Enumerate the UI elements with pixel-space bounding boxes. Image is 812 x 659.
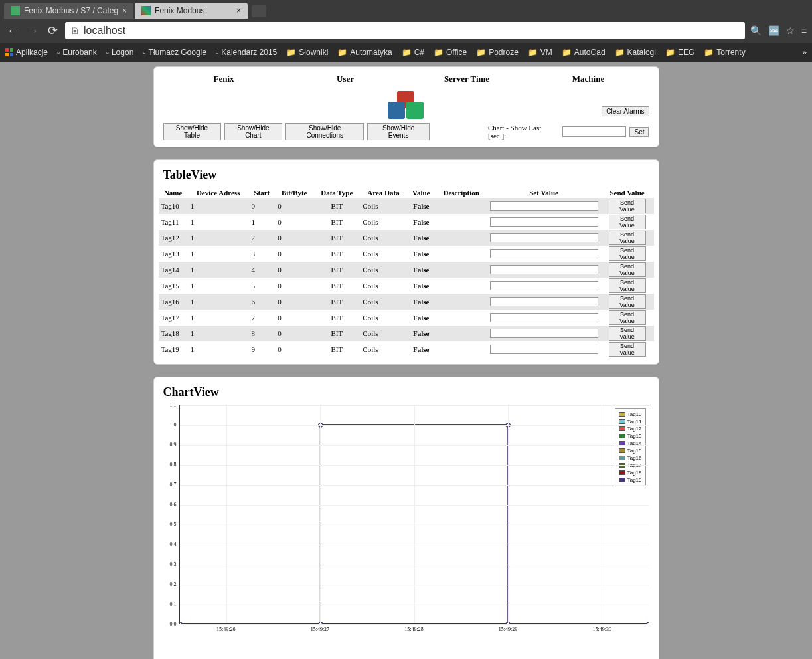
close-icon[interactable]: × (122, 6, 127, 15)
close-icon[interactable]: × (236, 6, 241, 15)
table-header: Send Value (601, 187, 654, 198)
set-value-input[interactable] (490, 329, 598, 338)
set-value-input[interactable] (490, 281, 598, 290)
set-value-input[interactable] (490, 217, 598, 227)
y-tick: 0.2 (170, 581, 177, 587)
bookmark-item[interactable]: 📁EEG (665, 48, 694, 57)
chart-area: 0.00.10.20.30.40.50.60.70.80.91.01.1 Tag… (163, 405, 649, 657)
y-tick: 0.9 (170, 442, 177, 448)
legend-swatch-icon (619, 434, 625, 438)
send-value-button[interactable]: Send Value (609, 342, 646, 357)
legend-swatch-icon (619, 456, 625, 460)
bookmark-item[interactable]: ▫Tłumacz Google (143, 48, 206, 57)
legend-swatch-icon (619, 412, 625, 417)
bookmark-item[interactable]: 📁Katalogi (615, 48, 656, 57)
chart-last-label: Chart - Show Last [sec.]: (488, 124, 560, 140)
send-value-button[interactable]: Send Value (609, 231, 646, 245)
clear-alarms-button[interactable]: Clear Alarms (602, 106, 649, 116)
bookmark-item[interactable]: ▫Logon (106, 48, 134, 57)
chart-last-input[interactable] (562, 126, 626, 137)
more-bookmarks-icon[interactable]: » (802, 48, 807, 57)
forward-button[interactable]: → (25, 24, 40, 38)
set-value-input[interactable] (490, 345, 598, 354)
fenix-logo-icon (386, 88, 426, 119)
menu-icon[interactable]: ≡ (801, 25, 807, 36)
bookmark-item[interactable]: 📁Torrenty (704, 48, 745, 57)
browser-tab-active[interactable]: Fenix Modbus × (135, 3, 248, 19)
legend-item: Tag16 (619, 454, 642, 462)
favicon-icon (11, 6, 20, 15)
reload-button[interactable]: ⟳ (45, 23, 60, 38)
table-header: Set Value (487, 187, 601, 198)
bookmark-item[interactable]: 📁VM (528, 48, 552, 57)
bookmark-item[interactable]: 📁C# (402, 48, 424, 57)
chart-plot[interactable]: Tag10Tag11Tag12Tag13Tag14Tag15Tag16Tag17… (179, 405, 649, 624)
page-content: Fenix User Server Time Machine Clear Ala… (0, 62, 812, 659)
send-value-button[interactable]: Send Value (609, 294, 646, 309)
y-tick: 0.1 (170, 601, 177, 607)
bookmark-item[interactable]: ▫Kalendarz 2015 (216, 48, 277, 57)
chart-legend: Tag10Tag11Tag12Tag13Tag14Tag15Tag16Tag17… (615, 408, 646, 486)
table-title: TableView (154, 160, 659, 187)
x-tick: 15:49:26 (216, 626, 235, 632)
send-value-button[interactable]: Send Value (609, 278, 646, 293)
header-col-machine: Machine (528, 74, 649, 84)
bookmarks-bar: Aplikacje ▫Eurobank▫Logon▫Tłumacz Google… (0, 43, 812, 62)
show-hide-chart-button[interactable]: Show/Hide Chart (224, 123, 283, 140)
y-tick: 1.0 (170, 422, 177, 428)
send-value-button[interactable]: Send Value (609, 199, 646, 213)
chart-title: ChartView (154, 377, 659, 405)
folder-icon: 📁 (704, 48, 714, 57)
table-row: Tag12120BITCoilsFalseSend Value (159, 230, 654, 246)
legend-item: Tag14 (619, 440, 642, 447)
table-row: Tag19190BITCoilsFalseSend Value (159, 341, 654, 357)
back-button[interactable]: ← (5, 24, 20, 38)
bookmark-star-icon[interactable]: ☆ (786, 25, 795, 36)
send-value-button[interactable]: Send Value (609, 326, 646, 341)
new-tab-button[interactable] (252, 5, 266, 17)
send-value-button[interactable]: Send Value (609, 215, 646, 229)
legend-swatch-icon (619, 470, 625, 475)
y-tick: 0.5 (170, 521, 177, 527)
set-value-input[interactable] (490, 313, 598, 322)
bookmark-item[interactable]: 📁Podroze (476, 48, 519, 57)
url-text: localhost (84, 25, 125, 37)
send-value-button[interactable]: Send Value (609, 262, 646, 277)
header-col-servertime: Server Time (406, 74, 528, 84)
legend-swatch-icon (619, 426, 625, 431)
url-bar[interactable]: 🗎 localhost (65, 22, 745, 39)
bookmark-item[interactable]: 📁Słowniki (286, 48, 328, 57)
legend-swatch-icon (619, 448, 625, 453)
page-icon: 🗎 (70, 25, 80, 36)
zoom-icon[interactable]: 🔍 (750, 25, 762, 36)
bookmark-label: AutoCad (574, 48, 606, 57)
table-header: Area Data (360, 187, 406, 198)
send-value-button[interactable]: Send Value (609, 246, 646, 261)
bookmark-label: Tłumacz Google (149, 48, 206, 57)
send-value-button[interactable]: Send Value (609, 310, 646, 325)
legend-item: Tag19 (619, 476, 642, 484)
apps-button[interactable]: Aplikacje (5, 48, 48, 57)
bookmark-item[interactable]: 📁Automatyka (337, 48, 392, 57)
bookmark-item[interactable]: 📁Office (434, 48, 467, 57)
set-value-input[interactable] (490, 297, 598, 306)
set-value-input[interactable] (490, 233, 598, 242)
x-tick: 15:49:27 (311, 626, 329, 632)
set-button[interactable]: Set (629, 127, 649, 137)
translate-icon[interactable]: 🔤 (768, 25, 779, 36)
tab-title: Fenix Modbus / S7 / Categ (24, 6, 118, 15)
favicon-icon (141, 6, 151, 15)
show-hide-table-button[interactable]: Show/Hide Table (163, 123, 221, 140)
bookmark-item[interactable]: ▫Eurobank (57, 48, 97, 57)
bookmark-item[interactable]: 📁AutoCad (562, 48, 606, 57)
browser-tab[interactable]: Fenix Modbus / S7 / Categ × (4, 3, 133, 19)
set-value-input[interactable] (490, 265, 598, 274)
set-value-input[interactable] (490, 249, 598, 258)
legend-swatch-icon (619, 419, 625, 424)
set-value-input[interactable] (490, 201, 598, 211)
table-header: Start (249, 187, 276, 198)
table-header: Device Adress (188, 187, 249, 198)
show-hide-events-button[interactable]: Show/Hide Events (367, 123, 430, 140)
show-hide-connections-button[interactable]: Show/Hide Connections (285, 123, 364, 140)
bookmark-label: Torrenty (716, 48, 745, 57)
